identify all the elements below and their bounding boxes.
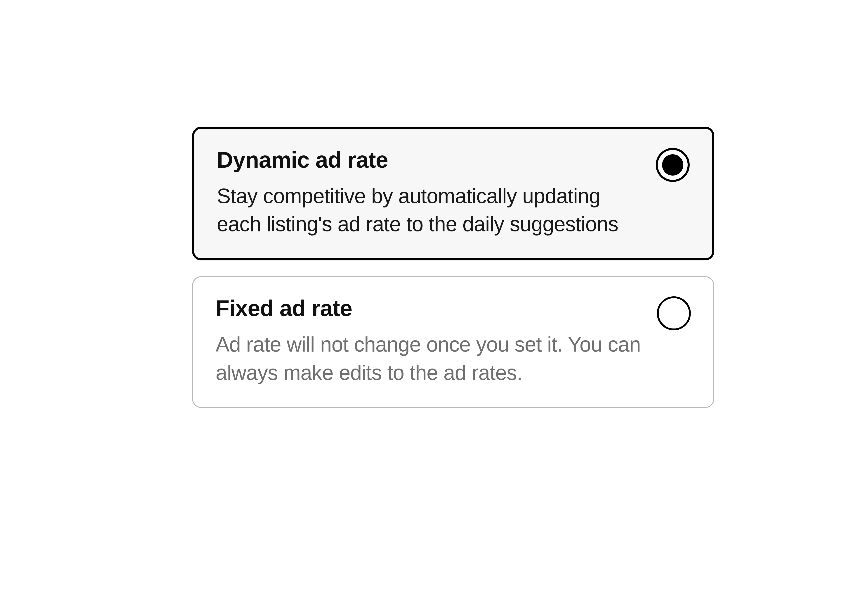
- option-dynamic-ad-rate[interactable]: Dynamic ad rate Stay competitive by auto…: [192, 127, 714, 260]
- option-fixed-ad-rate[interactable]: Fixed ad rate Ad rate will not change on…: [192, 276, 714, 408]
- option-fixed-description: Ad rate will not change once you set it.…: [216, 330, 643, 386]
- option-fixed-text: Fixed ad rate Ad rate will not change on…: [216, 295, 643, 386]
- radio-selected-icon: [662, 154, 683, 176]
- ad-rate-options: Dynamic ad rate Stay competitive by auto…: [192, 127, 714, 408]
- option-dynamic-description: Stay competitive by automatically updati…: [217, 182, 642, 238]
- option-fixed-title: Fixed ad rate: [216, 295, 643, 321]
- option-dynamic-title: Dynamic ad rate: [217, 147, 642, 173]
- option-dynamic-text: Dynamic ad rate Stay competitive by auto…: [217, 147, 642, 238]
- radio-dynamic[interactable]: [656, 148, 689, 182]
- radio-fixed[interactable]: [657, 296, 691, 330]
